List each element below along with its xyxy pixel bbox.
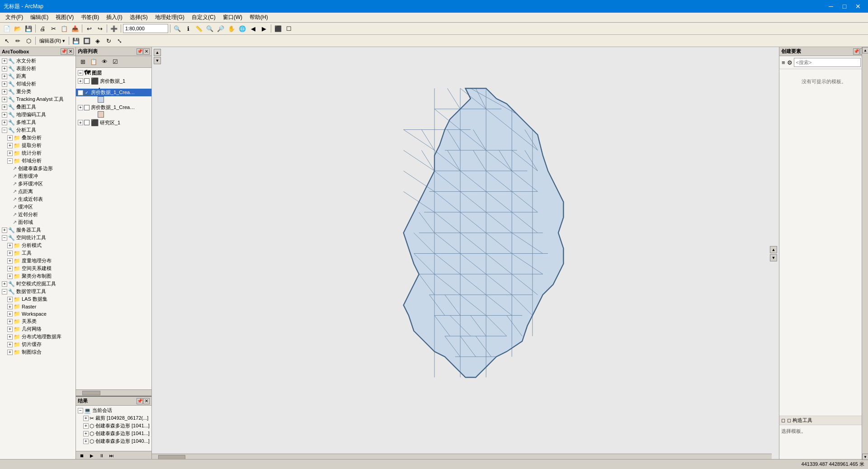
template-search-input[interactable] bbox=[794, 58, 861, 67]
layer-checkbox-fangjiashuju1[interactable] bbox=[84, 78, 90, 84]
toc-list-by-drawing-order[interactable]: ⊞ bbox=[78, 57, 88, 67]
pointer-button[interactable]: ↖ bbox=[2, 36, 12, 46]
results-pin-button[interactable]: 📌 bbox=[137, 398, 143, 404]
right-panel-scrollbar[interactable]: ▲ ▼ bbox=[862, 47, 868, 460]
toolbox-spatiotemporal[interactable]: + 🔧 时空模式挖掘工具 bbox=[0, 280, 75, 288]
close-button[interactable]: ✕ bbox=[852, 1, 864, 11]
expand-icon[interactable]: + bbox=[7, 251, 13, 256]
open-button[interactable]: 📂 bbox=[13, 24, 23, 33]
thiessen2-expand-icon[interactable]: + bbox=[83, 431, 89, 436]
expand-icon[interactable]: + bbox=[7, 334, 13, 340]
map-scroll-up[interactable]: ▲ bbox=[154, 49, 161, 56]
toolbox-las-dataset[interactable]: + 📁 LAS 数据集 bbox=[0, 295, 75, 303]
zoom-in-button[interactable]: 🔍 bbox=[205, 24, 215, 33]
map-scroll-thumb[interactable] bbox=[158, 455, 185, 460]
toolbox-water-analysis[interactable]: + 🔧 水文分析 bbox=[0, 57, 75, 65]
expand-icon[interactable]: + bbox=[2, 74, 7, 79]
toolbox-generate-near-table[interactable]: ↗ 生成近邻表 bbox=[0, 195, 75, 203]
paste-button[interactable]: 📥 bbox=[70, 24, 80, 33]
results-nav-button4[interactable]: ⏭ bbox=[108, 452, 116, 460]
toolbox-graphic-buffer[interactable]: ↗ 图形缓冲 bbox=[0, 172, 75, 180]
expand-icon[interactable]: + bbox=[2, 120, 7, 125]
scale-button[interactable]: ⤡ bbox=[114, 36, 124, 46]
clip-expand-icon[interactable]: + bbox=[83, 416, 89, 421]
toolbox-close-button[interactable]: ✕ bbox=[67, 48, 74, 55]
map-view[interactable]: ▲ ▼ bbox=[152, 47, 779, 460]
layer-checkbox-studyarea[interactable] bbox=[84, 120, 90, 125]
toolbox-overlay-analysis[interactable]: + 📁 叠加分析 bbox=[0, 134, 75, 142]
scroll-up-btn[interactable]: ▲ bbox=[862, 47, 868, 53]
toc-horizontal-scrollbar[interactable] bbox=[76, 389, 151, 396]
toolbox-multi-ring-buffer[interactable]: ↗ 多环缓冲区 bbox=[0, 180, 75, 188]
results-close-button[interactable]: ✕ bbox=[143, 398, 150, 404]
toc-list-by-source[interactable]: 📋 bbox=[89, 57, 99, 67]
map-scroll-right-down[interactable]: ▼ bbox=[770, 254, 777, 261]
save-edits-button[interactable]: 💾 bbox=[71, 36, 81, 46]
edit-vertices-button[interactable]: ◈ bbox=[93, 36, 103, 46]
menu-bookmark[interactable]: 书签(B) bbox=[77, 13, 103, 22]
snapping-button[interactable]: 🔲 bbox=[82, 36, 92, 46]
new-button[interactable]: 📄 bbox=[2, 24, 12, 33]
menu-geoprocessing[interactable]: 地理处理(G) bbox=[151, 13, 188, 22]
expand-icon[interactable]: + bbox=[7, 350, 13, 355]
layer-expand-icon[interactable]: + bbox=[78, 78, 83, 84]
rotate-button[interactable]: ↻ bbox=[104, 36, 113, 46]
results-nav-button1[interactable]: ⏹ bbox=[78, 452, 86, 460]
layer-expand-icon[interactable]: + bbox=[78, 120, 83, 125]
clear-selection-button[interactable]: ☐ bbox=[284, 24, 294, 33]
identify-button[interactable]: ℹ bbox=[183, 24, 193, 33]
expand-icon[interactable]: + bbox=[7, 243, 13, 248]
toc-list-by-selection[interactable]: ☑ bbox=[110, 57, 120, 67]
layer-checkbox-thiessen1[interactable]: ✓ bbox=[84, 90, 90, 95]
thiessen3-expand-icon[interactable]: + bbox=[83, 439, 89, 444]
results-nav-button2[interactable]: ▶ bbox=[88, 452, 96, 460]
scroll-down-btn[interactable]: ▼ bbox=[862, 454, 868, 460]
measure-button[interactable]: 📏 bbox=[194, 24, 204, 33]
expand-icon[interactable]: − bbox=[2, 128, 7, 133]
maximize-button[interactable]: □ bbox=[838, 1, 851, 11]
results-thiessen3[interactable]: + ⬡ 创建泰森多边形 [1040...] bbox=[76, 437, 151, 445]
toolbox-extract-analysis[interactable]: + 📁 提取分析 bbox=[0, 142, 75, 149]
copy-button[interactable]: 📋 bbox=[59, 24, 69, 33]
template-properties-btn[interactable]: ⚙ bbox=[787, 57, 793, 67]
toolbox-raster[interactable]: + 📁 Raster bbox=[0, 303, 75, 310]
expand-icon[interactable]: + bbox=[2, 66, 7, 71]
expand-icon[interactable]: + bbox=[7, 342, 13, 347]
menu-customize[interactable]: 自定义(C) bbox=[188, 13, 219, 22]
undo-button[interactable]: ↩ bbox=[84, 24, 94, 33]
add-data-button[interactable]: ➕ bbox=[109, 24, 119, 33]
menu-edit[interactable]: 编辑(E) bbox=[27, 13, 52, 22]
expand-icon[interactable]: + bbox=[2, 227, 7, 233]
expand-icon[interactable]: + bbox=[7, 135, 13, 141]
toc-layer-thiessen1[interactable]: + ✓ 房价数据_1_CreateThiess bbox=[76, 89, 151, 96]
toolbox-near-analysis[interactable]: ↗ 近邻分析 bbox=[0, 211, 75, 218]
redo-button[interactable]: ↪ bbox=[95, 24, 105, 33]
results-current-session[interactable]: − 💻 当前会话 bbox=[76, 407, 151, 414]
map-scroll-right-up[interactable]: ▲ bbox=[770, 246, 777, 253]
print-button[interactable]: 🖨 bbox=[38, 24, 47, 33]
zoom-out-button[interactable]: 🔎 bbox=[216, 24, 226, 33]
expand-icon[interactable]: + bbox=[2, 97, 7, 102]
results-thiessen1[interactable]: + ⬡ 创建泰森多边形 [1041...] bbox=[76, 422, 151, 430]
scale-input[interactable] bbox=[123, 24, 168, 33]
menu-file[interactable]: 文件(F) bbox=[2, 13, 27, 22]
toolbox-polygon-neighbor[interactable]: ↗ 面邻域 bbox=[0, 218, 75, 226]
expand-icon[interactable]: + bbox=[7, 319, 13, 324]
create-feature-pin[interactable]: 📌 bbox=[853, 48, 859, 55]
toolbox-measure-geo-dist[interactable]: + 📁 度量地理分布 bbox=[0, 257, 75, 265]
expand-icon[interactable]: + bbox=[7, 327, 13, 332]
toolbox-geometric-network[interactable]: + 📁 几何网络 bbox=[0, 325, 75, 333]
results-nav-button3[interactable]: ⏸ bbox=[98, 452, 106, 460]
expand-icon[interactable]: + bbox=[7, 266, 13, 271]
toolbox-distance[interactable]: + 🔧 距离 bbox=[0, 72, 75, 80]
results-thiessen2[interactable]: + ⬡ 创建泰森多边形 [1041...] bbox=[76, 430, 151, 437]
session-expand-icon[interactable]: − bbox=[78, 408, 83, 413]
expand-icon[interactable]: + bbox=[7, 311, 13, 317]
layer-checkbox-thiessen2[interactable] bbox=[84, 105, 90, 110]
toolbox-geocoding[interactable]: + 🔧 地理编码工具 bbox=[0, 111, 75, 118]
toolbox-workspace[interactable]: + 📁 Workspace bbox=[0, 310, 75, 317]
toolbox-spatial-stat[interactable]: − 🔧 空间统计工具 bbox=[0, 234, 75, 242]
expand-icon[interactable]: + bbox=[2, 104, 7, 110]
expand-icon[interactable]: − bbox=[2, 289, 7, 294]
toolbox-thiessen[interactable]: ↗ 创建泰森多边形 bbox=[0, 165, 75, 172]
